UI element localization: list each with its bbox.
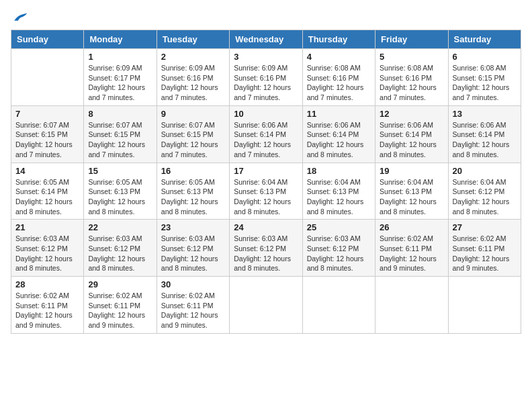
day-info: Sunrise: 6:09 AM Sunset: 6:17 PM Dayligh…: [88, 63, 152, 103]
day-info: Sunrise: 6:06 AM Sunset: 6:14 PM Dayligh…: [453, 120, 517, 160]
day-info: Sunrise: 6:09 AM Sunset: 6:16 PM Dayligh…: [234, 63, 298, 103]
calendar-cell: [375, 277, 448, 334]
day-number: 28: [15, 279, 79, 289]
day-number: 25: [307, 222, 371, 232]
day-number: 4: [307, 52, 371, 62]
day-number: 26: [380, 222, 443, 232]
day-info: Sunrise: 6:03 AM Sunset: 6:12 PM Dayligh…: [88, 234, 152, 273]
calendar-cell: [230, 277, 302, 334]
day-number: 22: [88, 222, 152, 232]
day-number: 13: [453, 109, 517, 119]
calendar-cell: 8Sunrise: 6:07 AM Sunset: 6:15 PM Daylig…: [84, 105, 157, 163]
calendar-cell: [302, 277, 375, 334]
column-header-friday: Friday: [375, 30, 448, 49]
day-number: 19: [380, 166, 443, 176]
day-info: Sunrise: 6:09 AM Sunset: 6:16 PM Dayligh…: [161, 63, 225, 103]
day-info: Sunrise: 6:03 AM Sunset: 6:12 PM Dayligh…: [15, 234, 79, 273]
day-number: 12: [380, 109, 443, 119]
day-info: Sunrise: 6:04 AM Sunset: 6:12 PM Dayligh…: [453, 177, 517, 217]
day-info: Sunrise: 6:04 AM Sunset: 6:13 PM Dayligh…: [234, 177, 298, 217]
day-info: Sunrise: 6:05 AM Sunset: 6:13 PM Dayligh…: [161, 177, 225, 217]
calendar-cell: 10Sunrise: 6:06 AM Sunset: 6:14 PM Dayli…: [230, 105, 302, 163]
day-info: Sunrise: 6:02 AM Sunset: 6:11 PM Dayligh…: [88, 291, 152, 330]
calendar-cell: 13Sunrise: 6:06 AM Sunset: 6:14 PM Dayli…: [448, 105, 521, 163]
day-number: 20: [453, 166, 517, 176]
day-info: Sunrise: 6:03 AM Sunset: 6:12 PM Dayligh…: [234, 234, 298, 273]
calendar-cell: 21Sunrise: 6:03 AM Sunset: 6:12 PM Dayli…: [11, 220, 84, 277]
day-info: Sunrise: 6:02 AM Sunset: 6:11 PM Dayligh…: [380, 234, 443, 273]
calendar-cell: 1Sunrise: 6:09 AM Sunset: 6:17 PM Daylig…: [84, 49, 157, 106]
calendar-cell: 16Sunrise: 6:05 AM Sunset: 6:13 PM Dayli…: [157, 163, 229, 220]
day-info: Sunrise: 6:03 AM Sunset: 6:12 PM Dayligh…: [161, 234, 225, 273]
calendar-cell: 25Sunrise: 6:03 AM Sunset: 6:12 PM Dayli…: [302, 220, 375, 277]
day-number: 6: [453, 52, 517, 62]
column-header-monday: Monday: [84, 30, 157, 49]
day-number: 17: [234, 166, 298, 176]
logo-bird-icon: [12, 11, 28, 24]
day-info: Sunrise: 6:04 AM Sunset: 6:13 PM Dayligh…: [307, 177, 371, 217]
column-header-saturday: Saturday: [448, 30, 521, 49]
calendar-week-row: 28Sunrise: 6:02 AM Sunset: 6:11 PM Dayli…: [11, 277, 521, 334]
calendar-cell: 20Sunrise: 6:04 AM Sunset: 6:12 PM Dayli…: [448, 163, 521, 220]
calendar-header-row: SundayMondayTuesdayWednesdayThursdayFrid…: [11, 30, 521, 49]
day-number: 21: [15, 222, 79, 232]
calendar-cell: 3Sunrise: 6:09 AM Sunset: 6:16 PM Daylig…: [230, 49, 302, 106]
calendar-week-row: 21Sunrise: 6:03 AM Sunset: 6:12 PM Dayli…: [11, 220, 521, 277]
day-info: Sunrise: 6:07 AM Sunset: 6:15 PM Dayligh…: [15, 120, 79, 160]
calendar-cell: 19Sunrise: 6:04 AM Sunset: 6:13 PM Dayli…: [375, 163, 448, 220]
calendar-week-row: 1Sunrise: 6:09 AM Sunset: 6:17 PM Daylig…: [11, 49, 521, 106]
calendar-cell: 30Sunrise: 6:02 AM Sunset: 6:11 PM Dayli…: [157, 277, 229, 334]
day-info: Sunrise: 6:07 AM Sunset: 6:15 PM Dayligh…: [161, 120, 225, 160]
calendar-cell: 26Sunrise: 6:02 AM Sunset: 6:11 PM Dayli…: [375, 220, 448, 277]
day-number: 9: [161, 109, 225, 119]
day-info: Sunrise: 6:06 AM Sunset: 6:14 PM Dayligh…: [307, 120, 371, 160]
calendar-cell: 5Sunrise: 6:08 AM Sunset: 6:16 PM Daylig…: [375, 49, 448, 106]
day-info: Sunrise: 6:06 AM Sunset: 6:14 PM Dayligh…: [380, 120, 443, 160]
day-info: Sunrise: 6:04 AM Sunset: 6:13 PM Dayligh…: [380, 177, 443, 217]
calendar-cell: 7Sunrise: 6:07 AM Sunset: 6:15 PM Daylig…: [11, 105, 84, 163]
column-header-sunday: Sunday: [11, 30, 84, 49]
day-info: Sunrise: 6:07 AM Sunset: 6:15 PM Dayligh…: [88, 120, 152, 160]
calendar-cell: [448, 277, 521, 334]
day-number: 29: [88, 279, 152, 289]
day-info: Sunrise: 6:08 AM Sunset: 6:16 PM Dayligh…: [380, 63, 443, 103]
day-number: 14: [15, 166, 79, 176]
calendar-cell: 23Sunrise: 6:03 AM Sunset: 6:12 PM Dayli…: [157, 220, 229, 277]
day-number: 2: [161, 52, 225, 62]
day-number: 7: [15, 109, 79, 119]
column-header-tuesday: Tuesday: [157, 30, 229, 49]
logo: [11, 11, 28, 24]
calendar-cell: 6Sunrise: 6:08 AM Sunset: 6:15 PM Daylig…: [448, 49, 521, 106]
day-info: Sunrise: 6:03 AM Sunset: 6:12 PM Dayligh…: [307, 234, 371, 273]
calendar-cell: 9Sunrise: 6:07 AM Sunset: 6:15 PM Daylig…: [157, 105, 229, 163]
calendar-cell: 29Sunrise: 6:02 AM Sunset: 6:11 PM Dayli…: [84, 277, 157, 334]
day-number: 10: [234, 109, 298, 119]
column-header-thursday: Thursday: [302, 30, 375, 49]
day-number: 15: [88, 166, 152, 176]
calendar-cell: 27Sunrise: 6:02 AM Sunset: 6:11 PM Dayli…: [448, 220, 521, 277]
day-info: Sunrise: 6:05 AM Sunset: 6:13 PM Dayligh…: [88, 177, 152, 217]
day-info: Sunrise: 6:06 AM Sunset: 6:14 PM Dayligh…: [234, 120, 298, 160]
calendar-cell: 12Sunrise: 6:06 AM Sunset: 6:14 PM Dayli…: [375, 105, 448, 163]
calendar-cell: [11, 49, 84, 106]
calendar-cell: 24Sunrise: 6:03 AM Sunset: 6:12 PM Dayli…: [230, 220, 302, 277]
day-number: 16: [161, 166, 225, 176]
day-number: 8: [88, 109, 152, 119]
calendar-cell: 28Sunrise: 6:02 AM Sunset: 6:11 PM Dayli…: [11, 277, 84, 334]
column-header-wednesday: Wednesday: [230, 30, 302, 49]
calendar-cell: 4Sunrise: 6:08 AM Sunset: 6:16 PM Daylig…: [302, 49, 375, 106]
day-info: Sunrise: 6:05 AM Sunset: 6:14 PM Dayligh…: [15, 177, 79, 217]
calendar-cell: 17Sunrise: 6:04 AM Sunset: 6:13 PM Dayli…: [230, 163, 302, 220]
day-number: 23: [161, 222, 225, 232]
day-number: 24: [234, 222, 298, 232]
day-info: Sunrise: 6:08 AM Sunset: 6:16 PM Dayligh…: [307, 63, 371, 103]
calendar-cell: 11Sunrise: 6:06 AM Sunset: 6:14 PM Dayli…: [302, 105, 375, 163]
calendar-cell: 14Sunrise: 6:05 AM Sunset: 6:14 PM Dayli…: [11, 163, 84, 220]
calendar-cell: 18Sunrise: 6:04 AM Sunset: 6:13 PM Dayli…: [302, 163, 375, 220]
calendar-cell: 22Sunrise: 6:03 AM Sunset: 6:12 PM Dayli…: [84, 220, 157, 277]
day-number: 11: [307, 109, 371, 119]
calendar-week-row: 7Sunrise: 6:07 AM Sunset: 6:15 PM Daylig…: [11, 105, 521, 163]
day-info: Sunrise: 6:08 AM Sunset: 6:15 PM Dayligh…: [453, 63, 517, 103]
day-number: 3: [234, 52, 298, 62]
day-info: Sunrise: 6:02 AM Sunset: 6:11 PM Dayligh…: [161, 291, 225, 330]
